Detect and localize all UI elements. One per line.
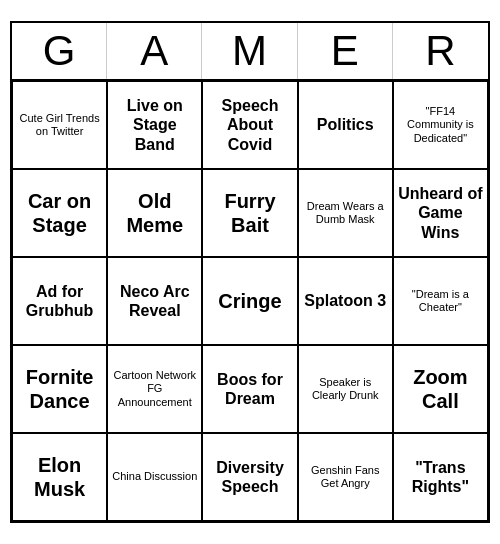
cell-label: Elon Musk (17, 453, 102, 501)
bingo-cell[interactable]: Live on Stage Band (107, 81, 202, 169)
cell-label: Car on Stage (17, 189, 102, 237)
bingo-cell[interactable]: Fornite Dance (12, 345, 107, 433)
bingo-cell[interactable]: China Discussion (107, 433, 202, 521)
cell-label: Cartoon Network FG Announcement (112, 369, 197, 409)
cell-label: Cute Girl Trends on Twitter (17, 112, 102, 138)
cell-label: Unheard of Game Wins (398, 184, 483, 242)
cell-label: Zoom Call (398, 365, 483, 413)
bingo-cell[interactable]: Politics (298, 81, 393, 169)
cell-label: Genshin Fans Get Angry (303, 464, 388, 490)
bingo-cell[interactable]: "Trans Rights" (393, 433, 488, 521)
bingo-cell[interactable]: Cute Girl Trends on Twitter (12, 81, 107, 169)
bingo-cell[interactable]: "Dream is a Cheater" (393, 257, 488, 345)
bingo-cell[interactable]: Furry Bait (202, 169, 297, 257)
cell-label: Live on Stage Band (112, 96, 197, 154)
bingo-cell[interactable]: Zoom Call (393, 345, 488, 433)
cell-label: Furry Bait (207, 189, 292, 237)
cell-label: Speaker is Clearly Drunk (303, 376, 388, 402)
bingo-cell[interactable]: Boos for Dream (202, 345, 297, 433)
cell-label: Fornite Dance (17, 365, 102, 413)
bingo-cell[interactable]: Diversity Speech (202, 433, 297, 521)
cell-label: Ad for Grubhub (17, 282, 102, 320)
bingo-cell[interactable]: Genshin Fans Get Angry (298, 433, 393, 521)
bingo-card: GAMER Cute Girl Trends on TwitterLive on… (10, 21, 490, 523)
cell-label: Cringe (218, 289, 281, 313)
cell-label: Boos for Dream (207, 370, 292, 408)
cell-label: "Trans Rights" (398, 458, 483, 496)
bingo-header: GAMER (12, 23, 488, 81)
header-letter: G (12, 23, 107, 79)
bingo-cell[interactable]: Speech About Covid (202, 81, 297, 169)
bingo-cell[interactable]: Car on Stage (12, 169, 107, 257)
bingo-cell[interactable]: Dream Wears a Dumb Mask (298, 169, 393, 257)
bingo-cell[interactable]: Neco Arc Reveal (107, 257, 202, 345)
bingo-cell[interactable]: Cringe (202, 257, 297, 345)
cell-label: "FF14 Community is Dedicated" (398, 105, 483, 145)
bingo-cell[interactable]: "FF14 Community is Dedicated" (393, 81, 488, 169)
bingo-cell[interactable]: Cartoon Network FG Announcement (107, 345, 202, 433)
bingo-cell[interactable]: Unheard of Game Wins (393, 169, 488, 257)
header-letter: A (107, 23, 202, 79)
bingo-cell[interactable]: Speaker is Clearly Drunk (298, 345, 393, 433)
header-letter: E (298, 23, 393, 79)
cell-label: Dream Wears a Dumb Mask (303, 200, 388, 226)
header-letter: R (393, 23, 488, 79)
cell-label: Old Meme (112, 189, 197, 237)
cell-label: Speech About Covid (207, 96, 292, 154)
bingo-grid: Cute Girl Trends on TwitterLive on Stage… (12, 81, 488, 521)
bingo-cell[interactable]: Old Meme (107, 169, 202, 257)
cell-label: Splatoon 3 (304, 291, 386, 310)
cell-label: Politics (317, 115, 374, 134)
header-letter: M (202, 23, 297, 79)
cell-label: Neco Arc Reveal (112, 282, 197, 320)
cell-label: China Discussion (112, 470, 197, 483)
bingo-cell[interactable]: Elon Musk (12, 433, 107, 521)
bingo-cell[interactable]: Ad for Grubhub (12, 257, 107, 345)
cell-label: "Dream is a Cheater" (398, 288, 483, 314)
cell-label: Diversity Speech (207, 458, 292, 496)
bingo-cell[interactable]: Splatoon 3 (298, 257, 393, 345)
